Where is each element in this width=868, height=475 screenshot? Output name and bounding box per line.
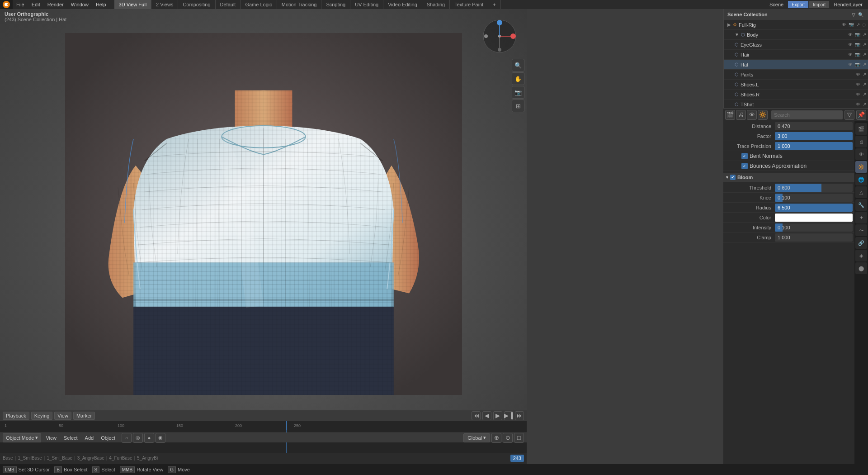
tshirt-vis-icon[interactable]: 👁 — [855, 101, 861, 107]
camera-toggle[interactable]: 📷 — [512, 86, 524, 99]
viewport-object-menu[interactable]: Object — [98, 433, 118, 442]
outliner-item-body[interactable]: ▼ ⬡ Body 👁 📷 ↗ — [724, 30, 868, 40]
workspace-shading[interactable]: Shading — [422, 0, 450, 9]
workspace-uvediting[interactable]: UV Editing — [350, 0, 383, 9]
grid-toggle[interactable]: ⊞ — [512, 100, 524, 112]
workspace-3dview[interactable]: 3D View Full — [114, 0, 152, 9]
mode-selector[interactable]: Object Mode ▾ — [3, 433, 41, 442]
global-btn[interactable]: Global ▾ — [463, 433, 490, 442]
outliner-item-tshirt[interactable]: ⬡ TShirt 👁 ↗ — [724, 100, 868, 109]
render-visibility-icon[interactable]: 📷 — [848, 22, 855, 28]
hair-vis-icon[interactable]: 👁 — [847, 52, 854, 57]
factor-value[interactable]: 3.00 — [775, 132, 853, 140]
outliner-item-eyeglass[interactable]: ⬡ EyeGlass 👁 📷 ↗ — [724, 40, 868, 50]
bloom-section-header[interactable]: ▾ ✓ Bloom — [723, 173, 854, 182]
gizmo-toggle[interactable]: ⊕ — [491, 433, 501, 443]
trace-precision-value[interactable]: 1.000 — [775, 142, 853, 150]
hair-sel-icon[interactable]: ↗ — [862, 52, 867, 57]
overlay-toggle[interactable]: ⊙ — [503, 433, 513, 443]
xray-toggle[interactable]: □ — [514, 433, 524, 443]
navigation-gizmo[interactable] — [481, 18, 518, 54]
export-btn[interactable]: Export — [788, 1, 808, 8]
outliner-item-pants[interactable]: ⬡ Pants 👁 ↗ — [724, 70, 868, 80]
import-btn[interactable]: Import — [809, 1, 829, 8]
prop-tab-physics[interactable]: 〜 — [855, 224, 867, 236]
knee-value[interactable]: 0.100 — [775, 194, 853, 202]
shoesl-sel-icon[interactable]: ↗ — [862, 81, 867, 87]
radius-value[interactable]: 6.500 — [775, 204, 853, 212]
holdout-icon[interactable]: ◌ — [861, 22, 867, 28]
prop-tab-particles[interactable]: ✦ — [855, 212, 867, 223]
outliner-search-icon[interactable]: 🔍 — [857, 11, 864, 18]
workspace-videoediting[interactable]: Video Editing — [383, 0, 422, 9]
next-frame-btn[interactable]: ▶▐ — [504, 411, 513, 420]
hat-sel-icon[interactable]: ↗ — [862, 62, 867, 67]
shoesr-sel-icon[interactable]: ↗ — [862, 91, 867, 97]
workspace-texturepaint[interactable]: Texture Paint — [450, 0, 488, 9]
workspace-2views[interactable]: 2 Views — [151, 0, 178, 9]
viewport-view-menu[interactable]: View — [43, 433, 59, 442]
prop-tab-material[interactable]: ⬤ — [855, 262, 867, 274]
viewport-mode-rendered[interactable]: ◉ — [156, 433, 165, 443]
prop-tab-modifier[interactable]: 🔧 — [855, 199, 867, 211]
bloom-enabled-checkbox[interactable]: ✓ — [730, 175, 736, 180]
workspace-compositing[interactable]: Compositing — [178, 0, 215, 9]
workspace-scripting[interactable]: Scripting — [321, 0, 350, 9]
prop-tab-scene[interactable]: 🔆 — [855, 161, 867, 173]
body-render-icon[interactable]: 📷 — [854, 32, 861, 38]
prop-tab-object[interactable]: △ — [855, 186, 867, 198]
viewport-3d[interactable]: User Orthographic (243) Scene Collection… — [0, 9, 527, 464]
jump-start-btn[interactable]: ⏮ — [472, 411, 481, 420]
bounces-checkbox[interactable]: ✓ — [741, 163, 748, 169]
outliner-filter-icon[interactable]: ▽ — [851, 11, 856, 18]
props-output-icon[interactable]: 🖨 — [736, 110, 746, 120]
eyeglass-sel-icon[interactable]: ↗ — [862, 42, 867, 48]
viewport-select-menu[interactable]: Select — [61, 433, 80, 442]
outliner-item-shoesl[interactable]: ⬡ Shoes.L 👁 ↗ — [724, 80, 868, 90]
props-pin-icon[interactable]: 📌 — [856, 110, 866, 120]
tshirt-sel-icon[interactable]: ↗ — [862, 101, 867, 107]
menu-window[interactable]: Window — [67, 0, 92, 9]
workspace-default[interactable]: Default — [216, 0, 241, 9]
threshold-value[interactable]: 0.600 — [775, 184, 853, 192]
jump-end-btn[interactable]: ⏭ — [515, 411, 524, 420]
play-btn[interactable]: ▶ — [493, 411, 502, 420]
body-vis-icon[interactable]: 👁 — [847, 32, 854, 38]
pants-vis-icon[interactable]: 👁 — [855, 71, 861, 77]
prop-tab-output[interactable]: 🖨 — [855, 136, 867, 147]
clamp-value[interactable]: 1.000 — [775, 233, 853, 242]
prop-tab-constraints[interactable]: 🔗 — [855, 237, 867, 249]
props-view-icon[interactable]: 👁 — [747, 110, 757, 120]
outliner-item-hat[interactable]: ⬡ Hat 👁 📷 ↗ — [724, 60, 868, 70]
keying-btn[interactable]: Keying — [31, 412, 53, 420]
hat-vis-icon[interactable]: 👁 — [847, 62, 854, 67]
viewport-mode-solid[interactable]: ○ — [122, 433, 132, 443]
viewport-mode-wireframe[interactable]: ◎ — [133, 433, 143, 443]
prev-frame-btn[interactable]: ◀ — [482, 411, 491, 420]
outliner-item-hair[interactable]: ⬡ Hair 👁 📷 ↗ — [724, 50, 868, 60]
prop-tab-view-layer[interactable]: 👁 — [855, 148, 867, 160]
visibility-icon[interactable]: 👁 — [841, 22, 847, 28]
workspace-gamelogic[interactable]: Game Logic — [241, 0, 277, 9]
intensity-value[interactable]: 0.100 — [775, 223, 853, 232]
playback-btn[interactable]: Playback — [3, 412, 29, 420]
bent-normals-checkbox[interactable]: ✓ — [741, 153, 748, 159]
current-frame-display[interactable]: 243 — [510, 455, 524, 462]
menu-file[interactable]: File — [13, 0, 28, 9]
viewport-add-menu[interactable]: Add — [82, 433, 97, 442]
eyeglass-vis-icon[interactable]: 👁 — [847, 42, 854, 48]
distance-value[interactable]: 0.470 — [775, 122, 853, 130]
props-search[interactable] — [771, 110, 843, 119]
pan-tool[interactable]: ✋ — [512, 72, 524, 85]
menu-edit[interactable]: Edit — [28, 0, 44, 9]
eyeglass-render-icon[interactable]: 📷 — [854, 42, 861, 48]
menu-help[interactable]: Help — [92, 0, 110, 9]
outliner-item-shoesr[interactable]: ⬡ Shoes.R 👁 ↗ — [724, 90, 868, 100]
hair-render-icon[interactable]: 📷 — [854, 52, 861, 57]
props-scene-icon[interactable]: 🔆 — [758, 110, 768, 120]
prop-tab-data[interactable]: ◈ — [855, 250, 867, 261]
hat-render-icon[interactable]: 📷 — [854, 62, 861, 67]
shoesl-vis-icon[interactable]: 👁 — [855, 81, 861, 87]
body-sel-icon[interactable]: ↗ — [862, 32, 867, 38]
workspace-add[interactable]: + — [488, 0, 500, 9]
